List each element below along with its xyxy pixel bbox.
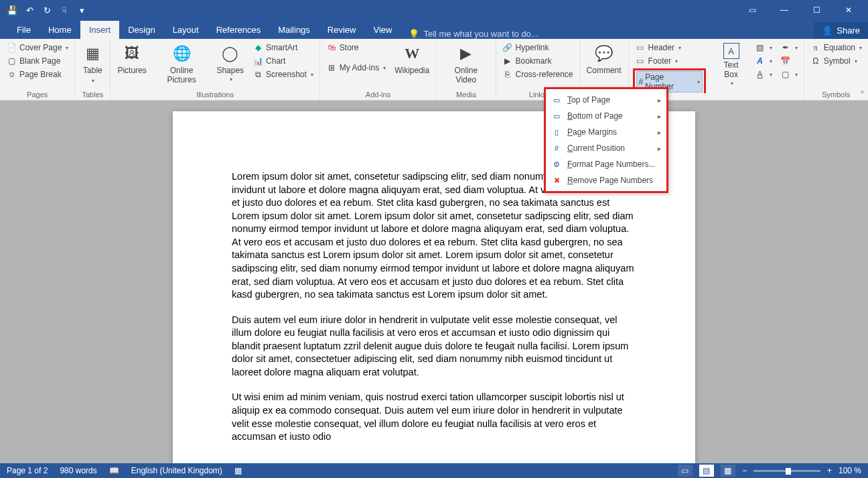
tab-references[interactable]: References — [208, 21, 269, 39]
menu-current-position[interactable]: #Current Position▸ — [547, 140, 665, 156]
bookmark-icon: ▶ — [502, 56, 513, 66]
touch-mode-button[interactable]: ☟ — [56, 2, 72, 18]
page-break-button[interactable]: ⎊Page Break — [4, 68, 64, 80]
group-symbols: πEquation▾ ΩSymbol▾ Symbols — [804, 39, 868, 100]
tab-mailings[interactable]: Mailings — [269, 21, 319, 39]
shapes-icon: ◯ — [220, 43, 241, 64]
drop-cap-button[interactable]: A▾ — [753, 68, 774, 80]
signature-line-button[interactable]: ✒▾ — [778, 42, 800, 54]
online-pictures-button[interactable]: 🌐Online Pictures — [153, 42, 210, 86]
tab-design[interactable]: Design — [119, 21, 163, 39]
bulb-icon: 💡 — [409, 29, 419, 39]
text-box-button[interactable]: AText Box▾ — [714, 42, 749, 88]
view-print-layout[interactable]: ▤ — [699, 465, 714, 477]
collapse-ribbon-button[interactable]: ^ — [861, 90, 864, 97]
header-button[interactable]: ▭Header▾ — [633, 42, 683, 54]
paragraph-3[interactable]: Ut wisi enim ad minim veniam, quis nostr… — [232, 391, 636, 443]
tab-review[interactable]: Review — [319, 21, 365, 39]
window-controls: ▭ — ☐ ✕ — [737, 0, 864, 20]
quick-access-toolbar: 💾 ↶ ↻ ☟ ▾ — [4, 2, 90, 18]
status-page[interactable]: Page 1 of 2 — [7, 466, 48, 475]
equation-icon: π — [810, 42, 821, 53]
menu-bottom-of-page[interactable]: ▭Bottom of Page▸ — [547, 108, 665, 124]
paragraph-2[interactable]: Duis autem vel eum iriure dolor in hendr… — [232, 314, 636, 379]
share-button[interactable]: 👤 Share — [814, 22, 868, 39]
shapes-button[interactable]: ◯Shapes▾ — [214, 42, 246, 84]
format-numbers-icon: ⚙ — [551, 159, 562, 170]
status-words[interactable]: 980 words — [60, 466, 96, 475]
group-label-media: Media — [456, 89, 476, 100]
bottom-of-page-icon: ▭ — [551, 111, 562, 121]
cover-page-icon: 📄 — [6, 42, 17, 53]
menu-top-of-page[interactable]: ▭TTop of Pageop of Page▸ — [547, 92, 665, 108]
zoom-out-button[interactable]: − — [742, 466, 747, 475]
remove-numbers-icon: ✖ — [551, 175, 562, 186]
status-proofing-icon[interactable]: 📖 — [109, 466, 119, 475]
wordart-button[interactable]: A▾ — [753, 55, 774, 67]
status-language[interactable]: English (United Kingdom) — [131, 466, 222, 475]
video-icon: ▶ — [455, 43, 477, 64]
pictures-button[interactable]: 🖼Pictures — [115, 42, 149, 76]
screenshot-button[interactable]: ⧉Screenshot▾ — [250, 68, 315, 80]
tab-insert[interactable]: Insert — [80, 21, 120, 39]
menu-remove-page-numbers[interactable]: ✖Remove Page Numbers — [547, 172, 665, 188]
symbol-icon: Ω — [810, 56, 821, 66]
zoom-slider[interactable] — [753, 470, 820, 472]
cross-reference-button[interactable]: ⎘Cross-reference — [500, 68, 575, 80]
blank-page-button[interactable]: ▢Blank Page — [4, 55, 62, 67]
tab-view[interactable]: View — [364, 21, 401, 39]
page-break-icon: ⎊ — [6, 69, 17, 80]
menu-format-page-numbers[interactable]: ⚙Format Page Numbers... — [547, 156, 665, 172]
xref-icon: ⎘ — [502, 69, 513, 80]
document-area[interactable]: Lorem ipsum dolor sit amet, consetetur s… — [0, 101, 868, 463]
page-number-icon: # — [639, 77, 644, 86]
close-button[interactable]: ✕ — [833, 0, 864, 20]
date-time-button[interactable]: 📅 — [778, 55, 793, 67]
status-macro-icon[interactable]: ▦ — [234, 466, 242, 475]
quick-parts-button[interactable]: ▤▾ — [753, 42, 774, 54]
store-button[interactable]: 🛍Store — [324, 42, 361, 54]
table-button[interactable]: ▦ Table▾ — [79, 42, 106, 86]
tell-me[interactable]: 💡 Tell me what you want to do... — [409, 29, 538, 39]
view-read-mode[interactable]: ▭ — [678, 465, 693, 477]
zoom-thumb[interactable] — [786, 468, 791, 475]
footer-button[interactable]: ▭Footer▾ — [633, 55, 680, 67]
object-button[interactable]: ▢▾ — [778, 68, 800, 80]
zoom-level[interactable]: 100 % — [839, 466, 861, 475]
redo-button[interactable]: ↻ — [39, 2, 55, 18]
menu-page-margins[interactable]: ▯Page Margins▸ — [547, 124, 665, 140]
save-button[interactable]: 💾 — [4, 2, 20, 18]
smartart-icon: ◆ — [252, 42, 263, 53]
undo-button[interactable]: ↶ — [21, 2, 38, 18]
maximize-button[interactable]: ☐ — [801, 0, 832, 20]
zoom-in-button[interactable]: + — [827, 466, 832, 475]
chart-icon: 📊 — [252, 56, 263, 66]
bookmark-button[interactable]: ▶Bookmark — [500, 55, 554, 67]
smartart-button[interactable]: ◆SmartArt — [250, 42, 299, 54]
cover-page-button[interactable]: 📄Cover Page▾ — [4, 42, 70, 54]
my-addins-button[interactable]: ⊞My Add-ins▾ — [324, 62, 388, 74]
minimize-button[interactable]: — — [769, 0, 800, 20]
wikipedia-button[interactable]: WWikipedia — [392, 42, 432, 76]
tab-file[interactable]: File — [8, 21, 40, 39]
hyperlink-button[interactable]: 🔗Hyperlink — [500, 42, 551, 54]
tab-layout[interactable]: Layout — [164, 21, 208, 39]
tell-me-placeholder: Tell me what you want to do... — [423, 29, 538, 39]
blank-page-icon: ▢ — [6, 56, 17, 66]
equation-button[interactable]: πEquation▾ — [808, 42, 864, 54]
group-label-symbols: Symbols — [822, 89, 850, 100]
comment-button[interactable]: 💬Comment — [584, 42, 624, 76]
symbol-button[interactable]: ΩSymbol▾ — [808, 55, 859, 67]
tab-home[interactable]: Home — [40, 21, 80, 39]
ribbon-options-button[interactable]: ▭ — [737, 0, 768, 20]
hyperlink-icon: 🔗 — [502, 42, 513, 53]
qat-more-button[interactable]: ▾ — [74, 2, 90, 18]
screenshot-icon: ⧉ — [252, 69, 263, 80]
title-bar: 💾 ↶ ↻ ☟ ▾ ▭ — ☐ ✕ — [0, 0, 868, 20]
view-web-layout[interactable]: ▦ — [721, 465, 735, 477]
group-label-pages: Pages — [27, 89, 48, 100]
online-video-button[interactable]: ▶Online Video — [441, 42, 491, 86]
ribbon: 📄Cover Page▾ ▢Blank Page ⎊Page Break Pag… — [0, 39, 868, 101]
chart-button[interactable]: 📊Chart — [250, 55, 287, 67]
store-icon: 🛍 — [326, 42, 337, 53]
